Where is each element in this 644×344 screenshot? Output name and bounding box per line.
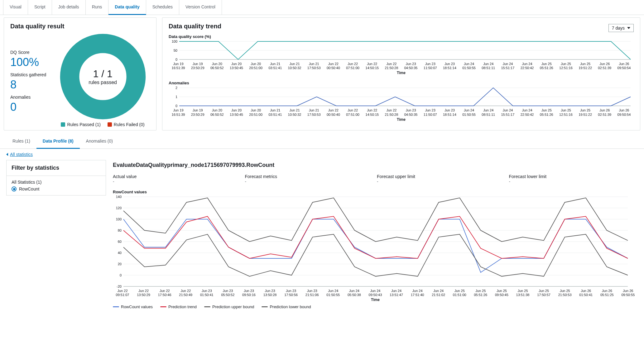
svg-text:120: 120: [116, 206, 122, 210]
svg-text:0: 0: [120, 273, 122, 277]
svg-text:0: 0: [175, 58, 177, 61]
svg-text:80: 80: [118, 229, 122, 232]
tab-job-details[interactable]: Job details: [52, 0, 86, 15]
donut-legend: Rules Passed (1) Rules Failed (0): [61, 122, 144, 127]
donut-big: 1 / 1: [93, 68, 112, 80]
stat-option-rowcount[interactable]: RowCount: [12, 186, 101, 191]
score-value: 100%: [10, 57, 46, 68]
svg-text:20: 20: [118, 262, 122, 266]
secondary-tabs: Rules (1)Data Profile (8)Anomalies (0): [0, 134, 644, 149]
rc-chart-title: RowCount values: [113, 190, 638, 194]
top-tabs: VisualScriptJob detailsRunsData qualityS…: [0, 0, 644, 15]
tab-script[interactable]: Script: [28, 0, 52, 15]
donut-small: rules passed: [89, 80, 117, 85]
rowcount-chart: -20020406080100120140: [113, 195, 638, 288]
svg-text:1: 1: [175, 95, 177, 99]
detail-panel: EvaluateDataQualityprimary_node171569707…: [113, 160, 638, 309]
score-chart-title: Data quality score (%): [169, 34, 634, 39]
back-label: All statistics: [10, 152, 33, 157]
svg-text:100: 100: [172, 40, 177, 43]
dq-result-panel: Data quality result DQ Score 100% Statis…: [4, 17, 156, 130]
svg-text:2: 2: [175, 86, 177, 90]
filter-all: All Statistics (1): [12, 180, 101, 185]
svg-text:50: 50: [174, 49, 177, 52]
chevron-left-icon: [6, 153, 8, 156]
anom-time-label: Time: [169, 117, 634, 122]
filter-title: Filter by statistics: [6, 160, 106, 176]
anom-x-axis: Jun 1916:51:39Jun 1923:50:29Jun 2006:50:…: [169, 108, 634, 116]
tab-data-quality[interactable]: Data quality: [108, 0, 146, 15]
score-time-label: Time: [169, 71, 634, 75]
anom-value: 0: [10, 101, 46, 113]
tab-visual[interactable]: Visual: [3, 0, 28, 15]
radio-icon: [12, 186, 17, 191]
dq-trend-panel: Data quality trend 7 days Data quality s…: [162, 17, 640, 130]
stats-value: 8: [10, 79, 46, 90]
chevron-down-icon: [627, 27, 630, 29]
score-label: DQ Score: [10, 50, 46, 55]
anom-chart: 012: [169, 86, 634, 108]
back-all-statistics[interactable]: All statistics: [0, 149, 644, 160]
dq-metrics: DQ Score 100% Statistics gathered 8 Anom…: [10, 47, 46, 113]
dq-score-chart: 050100: [169, 40, 634, 61]
anom-chart-title: Anomalies: [169, 81, 634, 85]
svg-text:0: 0: [175, 104, 177, 108]
anom-label: Anomalies: [10, 95, 46, 100]
svg-text:40: 40: [118, 251, 122, 255]
donut-chart: 1 / 1 rules passed: [59, 33, 147, 120]
stat-option-label: RowCount: [19, 186, 39, 191]
legend-passed: Rules Passed (1): [67, 122, 100, 127]
dq-result-title: Data quality result: [10, 23, 150, 30]
score-x-axis: Jun 1916:51:39Jun 1923:50:29Jun 2006:50:…: [169, 62, 634, 70]
tab-schedules[interactable]: Schedules: [146, 0, 179, 15]
sec-tab-data-profile-8-[interactable]: Data Profile (8): [36, 134, 80, 149]
rc-legend: RowCount valuesPrediction trendPredictio…: [113, 304, 638, 309]
filter-panel: Filter by statistics All Statistics (1) …: [6, 160, 106, 309]
svg-text:140: 140: [116, 195, 122, 199]
tab-runs[interactable]: Runs: [86, 0, 109, 15]
svg-text:60: 60: [118, 240, 122, 243]
detail-title: EvaluateDataQualityprimary_node171569707…: [113, 162, 638, 168]
time-range-value: 7 days: [612, 26, 625, 31]
rc-time-label: Time: [113, 298, 638, 302]
rc-x-axis: Jun 2209:51:07Jun 2213:50:29Jun 2217:50:…: [113, 289, 638, 297]
time-range-dropdown[interactable]: 7 days: [608, 24, 634, 32]
legend-failed: Rules Failed (0): [114, 122, 145, 127]
svg-text:-20: -20: [117, 285, 122, 288]
tab-version-control[interactable]: Version Control: [179, 0, 222, 15]
stats-label: Statistics gathered: [10, 72, 46, 77]
sec-tab-anomalies-0-[interactable]: Anomalies (0): [80, 134, 119, 148]
detail-metrics: Actual value-Forecast metrics-Forecast u…: [113, 174, 638, 184]
sec-tab-rules-1-[interactable]: Rules (1): [6, 134, 36, 148]
svg-text:100: 100: [116, 217, 122, 221]
dq-trend-title: Data quality trend: [169, 23, 221, 30]
